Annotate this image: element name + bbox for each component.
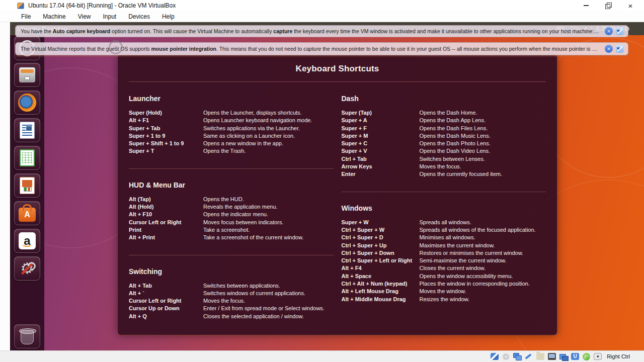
- menu-item[interactable]: File: [15, 12, 37, 22]
- shortcut-key: Super + T: [129, 147, 203, 155]
- launcher-item-files[interactable]: [14, 63, 40, 87]
- shortcut-row: Super + F Opens the Dash Files Lens.: [342, 125, 546, 132]
- display-icon[interactable]: [548, 353, 556, 360]
- usb-icon[interactable]: [571, 353, 579, 360]
- notification-text: You have the Auto capture keyboard optio…: [21, 28, 600, 34]
- shortcut-row: Super + Tab Switches applications via th…: [129, 125, 334, 132]
- minimize-button[interactable]: [582, 1, 591, 10]
- notification-close-icon[interactable]: ×: [605, 27, 613, 35]
- recording-icon[interactable]: [525, 353, 533, 360]
- shortcut-row: Cursor Up or Down Enter / Exit from spre…: [129, 305, 334, 312]
- shortcut-key: Ctrl + Super + Up: [342, 242, 420, 249]
- shortcut-description: Spreads all windows.: [420, 219, 546, 226]
- shortcut-row: Super + A Opens the Dash App Lens.: [342, 117, 546, 124]
- notification-watermark-icon: ×: [109, 40, 123, 54]
- menu-item[interactable]: Machine: [37, 12, 71, 22]
- menu-item[interactable]: Input: [97, 12, 123, 22]
- shortcut-row: Super + V Opens the Dash Video Lens.: [342, 147, 546, 155]
- shortcut-row: Enter Opens the currently focused item.: [342, 170, 546, 178]
- keyboard-indicator-icon[interactable]: [594, 353, 602, 360]
- shortcut-description: Maximises the current window.: [420, 242, 546, 249]
- shortcut-row: Alt + Q Closes the selected application …: [129, 313, 334, 320]
- notification-mouse-pointer-integration: The Virtual Machine reports that the gue…: [15, 42, 628, 55]
- optical-drives-icon[interactable]: [502, 353, 510, 360]
- wrench-icon: [21, 262, 34, 275]
- dont-show-again-icon[interactable]: [616, 45, 624, 53]
- libreoffice-writer-icon: [20, 122, 35, 139]
- shortcut-description: Switches applications via the Launcher.: [203, 125, 334, 132]
- shortcut-row: Super + M Opens the Dash Music Lens.: [342, 132, 546, 140]
- trash-icon: [21, 330, 34, 344]
- launcher-item-firefox[interactable]: [14, 90, 40, 115]
- network-icon[interactable]: [513, 353, 521, 360]
- shortcut-row: Alt + Middle Mouse Drag Resizes the wind…: [342, 296, 546, 303]
- shortcut-key: Print: [129, 226, 203, 234]
- shortcut-description: Moves focus between indicators.: [203, 219, 334, 226]
- launcher-item-ubuntu-software[interactable]: [14, 201, 40, 225]
- menu-item[interactable]: Help: [156, 12, 181, 22]
- vm-display: Ubuntu Desktop ↑↓ En 6:35 PM ⚙: [0, 22, 644, 350]
- dont-show-again-icon[interactable]: [616, 27, 624, 35]
- section-hud-menu-bar: HUD & Menu Bar Alt (Tap) Opens the HUD.: [129, 181, 334, 242]
- files-icon: [19, 67, 35, 82]
- window-title: Ubuntu 17.04 (64-bit) [Running] - Oracle…: [28, 2, 176, 9]
- shortcut-key: Super + F: [342, 125, 420, 132]
- shortcut-key: Ctrl + Super + W: [342, 226, 420, 234]
- launcher-item-libreoffice-writer[interactable]: [14, 118, 40, 142]
- restore-button[interactable]: [604, 1, 613, 10]
- shortcuts-right-column: Dash Super (Tap) Opens the Dash Home. S: [342, 95, 546, 320]
- section-separator: [342, 192, 546, 192]
- launcher-item-amazon[interactable]: [14, 229, 40, 253]
- shortcut-key: Ctrl + Tab: [342, 155, 420, 163]
- shortcut-description: Resizes the window.: [420, 296, 546, 303]
- shortcut-description: Opens the indicator menu.: [203, 211, 334, 218]
- shortcut-row: Alt (Tap) Opens the HUD.: [129, 196, 334, 203]
- menu-item[interactable]: View: [72, 12, 97, 22]
- hard-disks-icon[interactable]: [491, 353, 499, 360]
- shortcut-key: Alt + Q: [129, 313, 203, 320]
- shared-folders-icon[interactable]: [536, 353, 544, 360]
- shortcut-description: Closes the current window.: [420, 264, 546, 272]
- shortcut-row: Alt + F4 Closes the current window.: [342, 264, 546, 272]
- shortcut-row: Ctrl + Tab Switches between Lenses.: [342, 155, 546, 163]
- shortcut-row: Cursor Left or Right Moves the focus.: [129, 297, 334, 305]
- shortcut-row: Print Take a screenshot.: [129, 226, 334, 234]
- section-title: Switching: [129, 267, 334, 276]
- notification-close-icon[interactable]: ×: [605, 45, 613, 53]
- section-title: Dash: [342, 95, 546, 103]
- network-activity-icon[interactable]: [583, 353, 590, 360]
- vbox-statusbar: Right Ctrl: [0, 350, 644, 362]
- shortcut-row: Ctrl + Super + Up Maximises the current …: [342, 242, 546, 249]
- shortcut-description: Opens the Dash Files Lens.: [420, 125, 546, 132]
- launcher-item-trash[interactable]: [14, 324, 40, 348]
- shortcut-row: Ctrl + Super + W Spreads all windows of …: [342, 226, 546, 234]
- shortcut-row: Super + Shift + 1 to 9 Opens a new windo…: [129, 140, 334, 147]
- shortcut-key: Super + Tab: [129, 125, 203, 132]
- shortcut-description: Opens the Dash Music Lens.: [420, 132, 546, 140]
- section-title: HUD & Menu Bar: [129, 181, 334, 189]
- shortcut-description: Opens the Launcher, displays shortcuts.: [203, 109, 334, 117]
- close-button[interactable]: ×: [626, 1, 635, 10]
- menu-item[interactable]: Devices: [122, 12, 156, 22]
- launcher-item-libreoffice-calc[interactable]: [14, 146, 40, 170]
- virtual-screens-icon[interactable]: [559, 353, 568, 360]
- shortcut-description: Opens the currently focused item.: [420, 170, 546, 178]
- shortcut-key: Alt (Tap): [129, 196, 203, 203]
- launcher-item-system-settings[interactable]: [14, 256, 40, 281]
- shortcut-description: Opens a new window in the app.: [203, 140, 334, 147]
- section-switching: Switching Alt + Tab Switches between app…: [129, 267, 334, 320]
- shortcut-key: Super + A: [342, 117, 420, 124]
- shortcut-row: Alt + Space Opens the window accessibili…: [342, 273, 546, 280]
- shortcut-description: Opens Launcher keyboard navigation mode.: [203, 117, 334, 124]
- shortcut-key: Alt (Hold): [129, 203, 203, 211]
- shortcut-key: Alt + F10: [129, 211, 203, 218]
- ubuntu-desktop: Ubuntu Desktop ↑↓ En 6:35 PM ⚙: [10, 22, 644, 350]
- section-title: Launcher: [129, 95, 334, 103]
- launcher-item-libreoffice-impress[interactable]: [14, 173, 40, 198]
- shortcut-description: Take a screenshot of the current window.: [203, 234, 334, 241]
- shortcut-row: Alt + ` Switches windows of current appl…: [129, 290, 334, 297]
- shortcut-key: Alt + Left Mouse Drag: [342, 288, 420, 295]
- shortcut-key: Super (Tap): [342, 109, 420, 117]
- libreoffice-calc-icon: [20, 149, 35, 166]
- keyboard-shortcuts-overlay: Keyboard Shortcuts Launcher Super (Hold)…: [117, 54, 557, 335]
